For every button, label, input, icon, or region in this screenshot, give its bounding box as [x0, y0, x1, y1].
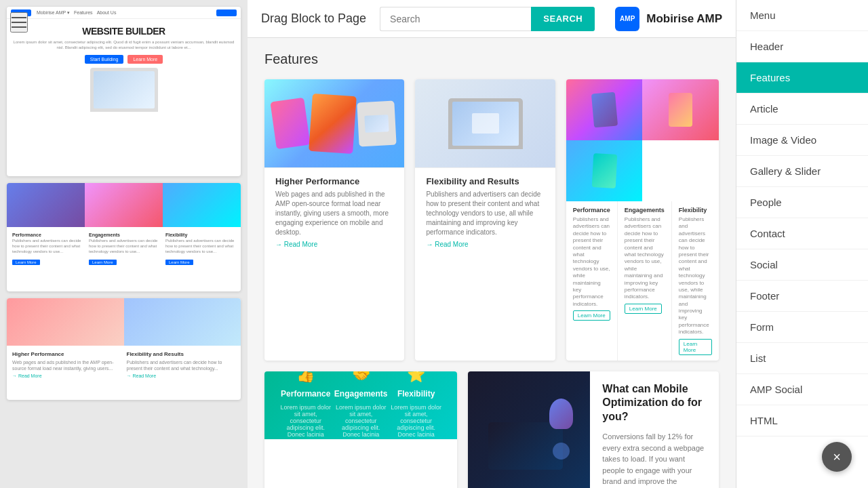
- preview-perf-label: Performance: [12, 232, 82, 237]
- blocks-grid: Higher Performance Web pages and ads pub…: [264, 79, 719, 488]
- nav-item-features[interactable]: Features: [736, 62, 868, 94]
- feature-card-laptop[interactable]: Flexibility and Results Publishers and a…: [415, 79, 555, 361]
- what-mobile-card[interactable]: What can Mobile Optimization do for you?…: [468, 371, 719, 488]
- what-card-image: [468, 371, 590, 488]
- nav-item-image-video[interactable]: Image & Video: [736, 125, 868, 156]
- preview-perf-btn: Learn More: [12, 260, 40, 265]
- feature-img-tablets: [264, 79, 404, 167]
- nav-item-article[interactable]: Article: [736, 94, 868, 125]
- preview-card-features[interactable]: Performance Publishers and advertisers c…: [7, 183, 241, 291]
- what-card-title: What can Mobile Optimization do for you?: [602, 382, 707, 424]
- feature-card-multi[interactable]: Performance Publishers and advertisers c…: [566, 79, 719, 361]
- feature-row-2: 👍 Performance Lorem ipsum dolor sit amet…: [264, 371, 719, 488]
- hamburger-button[interactable]: [10, 12, 28, 33]
- search-input[interactable]: [380, 7, 531, 31]
- feature1-title: Higher Performance: [275, 176, 393, 186]
- nav-item-form[interactable]: Form: [736, 312, 868, 343]
- nav-item-gallery-slider[interactable]: Gallery & Slider: [736, 156, 868, 187]
- preview-2col-text1: Web pages and ads published in the AMP o…: [12, 359, 121, 371]
- preview-flex-text: Publishers and advertisers can decide ho…: [165, 239, 235, 254]
- preview-img-3: [163, 183, 241, 227]
- feature2-description: Publishers and advertisers can decide ho…: [426, 190, 544, 237]
- nav-item-amp-social[interactable]: AMP Social: [736, 374, 868, 405]
- preview-start-btn: Start Building: [85, 55, 124, 64]
- preview-title: WEBSITE BUILDER: [12, 26, 235, 37]
- preview-img-2: [85, 183, 163, 227]
- mf-img-eng: [642, 79, 719, 140]
- mf-img-perf: [566, 79, 643, 140]
- preview-2col-title2: Flexibility and Results: [127, 351, 236, 357]
- feature-card-images[interactable]: Higher Performance Web pages and ads pub…: [264, 79, 404, 361]
- feature-img-laptop: [415, 79, 555, 167]
- gf-perf-text: Lorem ipsum dolor sit amet, consectetur …: [278, 404, 333, 445]
- feature1-description: Web pages and ads published in the AMP o…: [275, 190, 393, 237]
- nav-item-menu[interactable]: Menu: [736, 0, 868, 31]
- preview-eng-label: Engagements: [89, 232, 159, 237]
- app-name: Mobirise AMP: [646, 12, 722, 26]
- feature1-readmore[interactable]: → Read More: [275, 241, 317, 248]
- preview-eng-text: Publishers and advertisers can decide ho…: [89, 239, 159, 254]
- drag-block-title: Drag Block to Page: [261, 12, 366, 26]
- close-button[interactable]: ×: [822, 442, 852, 472]
- gf-eng-text: Lorem ipsum dolor sit amet, consectetur …: [333, 404, 388, 445]
- nav-item-html[interactable]: HTML: [736, 405, 868, 436]
- nav-item-social[interactable]: Social: [736, 249, 868, 281]
- what-card-text-area: What can Mobile Optimization do for you?…: [590, 371, 719, 488]
- gf-flex-label: Flexibility: [397, 389, 435, 399]
- star-icon: ⭐: [407, 371, 425, 384]
- mf-perf-title: Performance: [573, 207, 610, 214]
- gf-eng-label: Engagements: [334, 389, 388, 399]
- mf-perf-text: Publishers and advertisers can decide ho…: [573, 216, 610, 308]
- mf-perf-btn[interactable]: Learn More: [573, 310, 610, 321]
- nav-item-list[interactable]: List: [736, 343, 868, 374]
- mf-eng-text: Publishers and advertisers can decide ho…: [625, 216, 665, 301]
- preview-flex-btn: Learn More: [165, 260, 193, 265]
- nav-item-people[interactable]: People: [736, 187, 868, 218]
- nav-item-contact[interactable]: Contact: [736, 218, 868, 249]
- preview-more-btn: Learn More: [127, 55, 163, 64]
- preview-2col-text2: Publishers and advertisers can decide ho…: [127, 359, 236, 371]
- handshake-icon: 🤝: [352, 371, 370, 384]
- gf-item-engagements: 🤝 Engagements Lorem ipsum dolor sit amet…: [333, 371, 388, 445]
- preview-card-2col[interactable]: Higher Performance Web pages and ads pub…: [7, 298, 241, 400]
- green-feature-inner: 👍 Performance Lorem ipsum dolor sit amet…: [264, 371, 457, 439]
- top-bar: Drag Block to Page SEARCH AMP Mobirise A…: [248, 0, 736, 38]
- mf-col-flexibility: Flexibility Publishers and advertisers c…: [672, 201, 719, 361]
- mf-eng-btn[interactable]: Learn More: [625, 304, 662, 314]
- mf-flex-btn[interactable]: Learn More: [679, 339, 712, 355]
- gf-item-flexibility: ⭐ Flexibility Lorem ipsum dolor sit amet…: [389, 371, 443, 445]
- gf-item-performance: 👍 Performance Lorem ipsum dolor sit amet…: [278, 371, 333, 445]
- amp-header: AMP Mobirise AMP: [615, 7, 722, 31]
- preview-subtitle: Lorem ipsum dolor sit amet, consectetur …: [12, 39, 235, 51]
- preview-eng-btn: Learn More: [89, 260, 117, 265]
- right-nav-panel: Menu Header Features Article Image & Vid…: [736, 0, 868, 488]
- gf-perf-label: Performance: [281, 389, 330, 399]
- preview-2col-link2: → Read More: [127, 373, 236, 378]
- content-area: Features High: [248, 38, 736, 488]
- preview-card-website-builder[interactable]: Mobirise AMP ▾ Features About Us WEBSITE…: [7, 7, 241, 176]
- feature-row-1: Higher Performance Web pages and ads pub…: [264, 79, 719, 361]
- nav-item-footer[interactable]: Footer: [736, 281, 868, 312]
- section-title: Features: [264, 52, 719, 67]
- green-feature-block[interactable]: 👍 Performance Lorem ipsum dolor sit amet…: [264, 371, 457, 488]
- preview-2col-title1: Higher Performance: [12, 351, 121, 357]
- feature2-title: Flexibility and Results: [426, 176, 544, 186]
- preview-2col-img2: [124, 298, 241, 346]
- feature2-readmore[interactable]: → Read More: [426, 241, 468, 248]
- preview-flex-label: Flexibility: [165, 232, 235, 237]
- mf-col-performance: Performance Publishers and advertisers c…: [566, 201, 618, 361]
- nav-item-header[interactable]: Header: [736, 31, 868, 62]
- mf-flex-text: Publishers and advertisers can decide ho…: [679, 216, 712, 336]
- what-card-description: Conversions fall by 12% for every extra …: [602, 431, 707, 488]
- preview-img-1: [7, 183, 85, 227]
- search-button[interactable]: SEARCH: [531, 7, 595, 31]
- preview-2col-link1: → Read More: [12, 373, 121, 378]
- amp-logo-icon: AMP: [615, 7, 639, 31]
- search-wrapper: SEARCH: [380, 7, 595, 31]
- mf-flex-title: Flexibility: [679, 207, 712, 214]
- gf-flex-text: Lorem ipsum dolor sit amet, consectetur …: [389, 404, 443, 445]
- mf-eng-title: Engagements: [625, 207, 665, 214]
- mf-img-flex: [566, 140, 643, 201]
- preview-panel: Mobirise AMP ▾ Features About Us WEBSITE…: [0, 0, 248, 488]
- preview-perf-text: Publishers and advertisers can decide ho…: [12, 239, 82, 254]
